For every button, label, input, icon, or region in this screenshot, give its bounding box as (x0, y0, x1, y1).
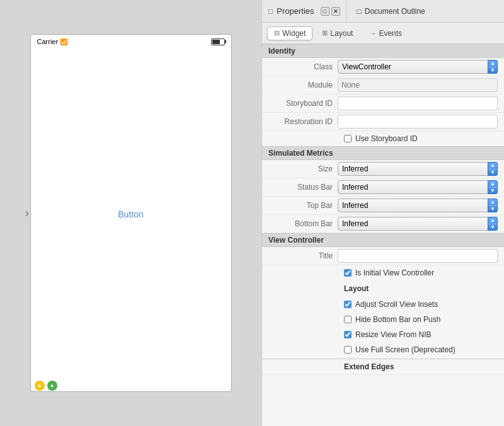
document-outline-tab[interactable]: □ Document Outline (350, 7, 433, 16)
doc-outline-icon: □ (357, 7, 362, 16)
layout-sublabel-row: Layout (262, 280, 504, 297)
size-select-wrapper: Inferred ▲ ▼ (338, 162, 498, 176)
class-row: Class ViewController ▲ ▼ (262, 58, 504, 76)
status-bar-row: Status Bar Inferred ▲ ▼ (262, 178, 504, 197)
button-element[interactable]: Button (118, 209, 143, 219)
status-bar-stepper[interactable]: ▲ ▼ (488, 180, 498, 194)
class-control: ViewController ▲ ▼ (338, 60, 498, 74)
bottom-bar-stepper-down[interactable]: ▼ (488, 224, 497, 231)
title-label: Title (268, 251, 338, 260)
status-bar-stepper-down[interactable]: ▼ (488, 188, 497, 194)
tab-widget[interactable]: ⊟ Widget (267, 26, 312, 40)
bottom-bar-stepper[interactable]: ▲ ▼ (488, 217, 498, 231)
adjust-scroll-checkbox[interactable] (344, 301, 352, 308)
size-control: Inferred ▲ ▼ (338, 162, 498, 176)
storyboard-id-input[interactable] (338, 96, 498, 110)
phone-status-bar: Carrier 📶 (31, 35, 231, 49)
bottom-bar-label: Bottom Bar (268, 219, 338, 228)
phone-bottom-bar: ● ● (31, 380, 231, 391)
class-stepper-down[interactable]: ▼ (488, 67, 497, 74)
title-row: Title (262, 247, 504, 265)
module-label: Module (268, 81, 338, 89)
use-full-screen-label[interactable]: Use Full Screen (Deprecated) (355, 345, 455, 354)
view-controller-header: View Controller (262, 233, 504, 247)
widget-tab-icon: ⊟ (274, 29, 280, 37)
tab-bar: ⊟ Widget ⊞ Layout → Events (262, 23, 504, 44)
is-initial-vc-checkbox[interactable] (344, 269, 352, 277)
resize-from-nib-row: Resize View From NIB (262, 327, 504, 342)
wifi-icon: 📶 (60, 38, 67, 45)
events-tab-icon: → (369, 30, 376, 37)
class-label: Class (268, 62, 338, 71)
layout-sublabel: Layout (344, 284, 369, 293)
battery-fill (212, 40, 220, 44)
is-initial-vc-label[interactable]: Is Initial View Controller (355, 268, 434, 277)
resize-from-nib-checkbox[interactable] (344, 331, 352, 338)
title-input[interactable] (338, 249, 498, 263)
top-bar-row: Top Bar Inferred ▲ ▼ (262, 197, 504, 215)
top-bar-stepper[interactable]: ▲ ▼ (488, 199, 498, 212)
phone-frame: Carrier 📶 Button ● ● (30, 34, 232, 392)
panel-header: □ Properties □ ✕ □ Document Outline (262, 0, 504, 23)
events-tab-label: Events (379, 29, 402, 38)
storyboard-id-control (338, 96, 498, 110)
warning-icon: ● (35, 381, 45, 391)
status-bar-control: Inferred ▲ ▼ (338, 180, 498, 194)
status-bar-select[interactable]: Inferred (338, 180, 498, 194)
size-stepper[interactable]: ▲ ▼ (488, 162, 498, 176)
class-stepper-up[interactable]: ▲ (488, 60, 497, 67)
restoration-id-control (338, 115, 498, 129)
use-storyboard-id-row: Use Storyboard ID (262, 131, 504, 146)
size-stepper-down[interactable]: ▼ (488, 170, 497, 176)
hide-bottom-bar-checkbox[interactable] (344, 316, 352, 323)
title-control (338, 249, 498, 263)
adjust-scroll-label[interactable]: Adjust Scroll View Insets (355, 300, 438, 309)
storyboard-id-row: Storyboard ID (262, 95, 504, 113)
properties-panel-icon: □ (268, 7, 273, 16)
size-stepper-up[interactable]: ▲ (488, 163, 497, 170)
use-storyboard-id-label[interactable]: Use Storyboard ID (355, 134, 418, 143)
phone-content: Button (31, 49, 231, 380)
minimize-button[interactable]: □ (321, 7, 329, 16)
use-storyboard-id-checkbox[interactable] (344, 135, 352, 142)
top-bar-select[interactable]: Inferred (338, 199, 498, 212)
canvas-panel: › Carrier 📶 Button ● ● (0, 0, 261, 426)
top-bar-select-wrapper: Inferred ▲ ▼ (338, 199, 498, 212)
simulated-metrics-section: Simulated Metrics Size Inferred ▲ ▼ (262, 146, 504, 233)
bottom-bar-select[interactable]: Inferred (338, 217, 498, 231)
battery-tip (225, 40, 226, 43)
resize-from-nib-label[interactable]: Resize View From NIB (355, 330, 431, 339)
hide-bottom-bar-label[interactable]: Hide Bottom Bar on Push (355, 315, 440, 324)
size-label: Size (268, 164, 338, 173)
initial-vc-arrow: › (25, 207, 29, 220)
properties-title-section: □ Properties □ ✕ (262, 0, 347, 22)
extend-edges-row: Extend Edges (262, 359, 504, 375)
top-bar-label: Top Bar (268, 201, 338, 210)
module-row: Module (262, 76, 504, 95)
view-controller-section: View Controller Title Is Initial View Co… (262, 233, 504, 375)
identity-section-header: Identity (262, 44, 504, 58)
status-bar-stepper-up[interactable]: ▲ (488, 181, 497, 188)
bottom-bar-row: Bottom Bar Inferred ▲ ▼ (262, 215, 504, 233)
module-control (338, 78, 498, 92)
doc-outline-label: Document Outline (365, 7, 425, 16)
top-bar-stepper-up[interactable]: ▲ (488, 199, 497, 206)
status-bar-label: Status Bar (268, 183, 338, 192)
class-stepper[interactable]: ▲ ▼ (488, 60, 498, 74)
layout-tab-label: Layout (330, 29, 353, 38)
class-select[interactable]: ViewController (338, 60, 498, 74)
restoration-id-row: Restoration ID (262, 113, 504, 131)
tab-layout[interactable]: ⊞ Layout (315, 26, 360, 40)
restoration-id-input[interactable] (338, 115, 498, 129)
adjust-scroll-row: Adjust Scroll View Insets (262, 297, 504, 312)
size-select[interactable]: Inferred (338, 162, 498, 176)
battery-icon (211, 38, 225, 45)
tab-events[interactable]: → Events (362, 26, 409, 40)
bottom-bar-stepper-up[interactable]: ▲ (488, 217, 497, 224)
use-full-screen-checkbox[interactable] (344, 346, 352, 354)
top-bar-control: Inferred ▲ ▼ (338, 199, 498, 212)
storyboard-id-label: Storyboard ID (268, 99, 338, 108)
close-button[interactable]: ✕ (331, 7, 340, 16)
module-input[interactable] (338, 78, 498, 92)
top-bar-stepper-down[interactable]: ▼ (488, 206, 497, 212)
